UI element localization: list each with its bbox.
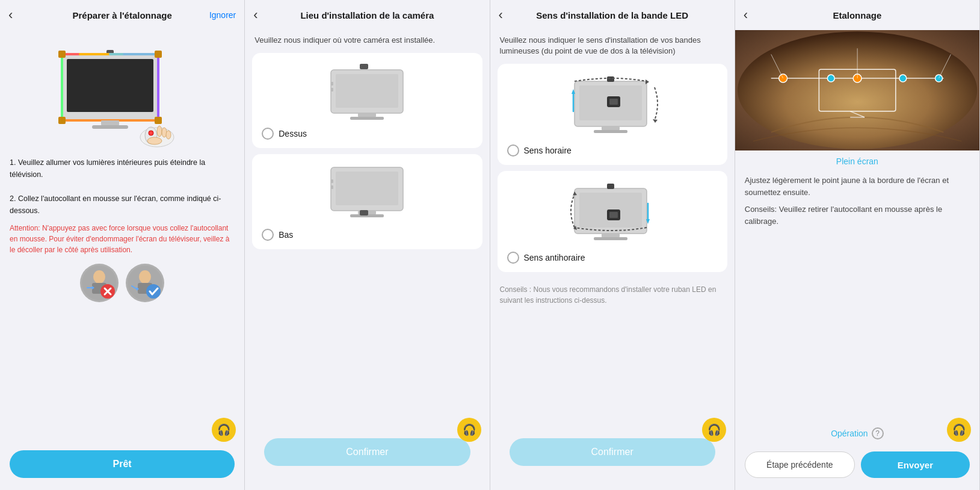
tv-top-camera-svg [319,61,415,122]
support-button-4[interactable]: 🎧 [947,418,971,442]
svg-marker-57 [653,119,658,123]
panel-led-direction: ‹ Sens d'installation de la bande LED Ve… [490,0,735,490]
svg-point-81 [899,75,907,82]
radio-clockwise[interactable] [507,144,519,157]
panel2-bottom: Confirmer [245,432,489,490]
question-icon[interactable]: ? [872,427,884,439]
svg-rect-39 [358,113,376,117]
panel1-content: 1. Veuillez allumer vos lumières intérie… [0,30,244,444]
clockwise-svg [561,72,664,138]
right-usage-icon [126,264,164,302]
panel1-title: Préparer à l'étalonnage [72,10,171,20]
svg-rect-49 [331,185,333,189]
svg-point-79 [827,75,834,82]
wrong-usage-icon [80,264,119,302]
camera-top-label: Dessus [279,129,307,138]
back-button-1[interactable]: ‹ [8,7,13,23]
svg-rect-13 [101,120,119,125]
svg-marker-58 [646,79,649,84]
svg-rect-65 [607,184,614,189]
clockwise-label: Sens horaire [524,146,572,155]
svg-rect-10 [155,51,162,58]
panel3-title: Sens d'installation de la bande LED [536,10,688,20]
back-button-2[interactable]: ‹ [253,7,257,23]
radio-counter-clockwise[interactable] [507,252,519,264]
bottom-buttons: Étape précédente Envoyer [735,445,979,490]
tv-bottom-camera-svg [319,163,415,223]
pret-button[interactable]: Prêt [10,450,235,478]
svg-rect-44 [336,172,398,205]
support-button-1[interactable]: 🎧 [212,418,236,442]
panel3-bottom: Confirmer [490,432,735,490]
support-button-3[interactable]: 🎧 [702,418,726,442]
counter-clockwise-svg [561,179,664,246]
panel-prepare: ‹ Préparer à l'étalonnage Ignorer [0,0,245,490]
camera-bottom-option[interactable]: Bas [262,229,472,241]
svg-rect-64 [594,237,627,240]
panel3-tips: Conseils : Nous vous recommandons d'inst… [490,278,735,312]
camera-top-option[interactable]: Dessus [262,128,472,140]
ignore-button[interactable]: Ignorer [209,10,236,20]
svg-rect-1 [67,59,153,112]
clockwise-option[interactable]: Sens horaire [507,144,718,157]
svg-rect-9 [58,51,66,58]
back-button-3[interactable]: ‹ [499,7,503,23]
panel2-title: Lieu d'installation de la caméra [300,10,434,20]
instruction-text: 1. Veuillez allumer vos lumières intérie… [10,157,235,217]
panel-camera-location: ‹ Lieu d'installation de la caméra Veuil… [245,0,490,490]
svg-point-18 [157,126,162,137]
panel1-header: ‹ Préparer à l'étalonnage Ignorer [0,0,244,30]
calibration-text: Ajustez légèrement le point jaune à la b… [735,172,979,203]
svg-point-23 [93,270,105,284]
panel-calibration: ‹ Etalonnage [735,0,980,490]
support-icon-2: 🎧 [463,423,476,436]
operation-link[interactable]: Opération [831,429,868,438]
svg-rect-67 [609,212,618,218]
svg-rect-56 [609,99,618,105]
svg-rect-42 [331,88,333,91]
svg-rect-48 [331,179,333,183]
panel1-bottom: Prêt [0,444,244,490]
svg-rect-41 [331,82,333,85]
back-button-4[interactable]: ‹ [744,7,748,23]
svg-rect-47 [360,210,368,216]
fisheye-view [735,30,979,150]
panel4-header: ‹ Etalonnage [735,0,979,30]
svg-rect-52 [602,126,620,130]
radio-top[interactable] [262,128,274,140]
svg-rect-40 [350,117,384,120]
svg-point-17 [149,131,153,135]
confirm-button-3[interactable]: Confirmer [510,438,715,466]
counter-clockwise-card[interactable]: Sens antihoraire [498,171,727,272]
calibration-tips: Conseils: Veuillez retirer l'autocollant… [735,203,979,234]
counter-clockwise-label: Sens antihoraire [524,253,585,262]
counter-clockwise-option[interactable]: Sens antihoraire [507,252,718,264]
camera-bottom-label: Bas [279,230,293,240]
support-icon-4: 🎧 [952,423,966,436]
svg-rect-14 [92,125,128,129]
panel2-subtitle: Veuillez nous indiquer où votre caméra e… [245,30,489,53]
svg-rect-11 [58,117,66,124]
prev-button[interactable]: Étape précédente [745,451,855,478]
svg-rect-38 [336,74,398,108]
radio-bottom[interactable] [262,229,274,241]
camera-bottom-card[interactable]: Bas [252,154,482,249]
svg-point-33 [146,284,161,299]
camera-top-card[interactable]: Dessus [252,53,482,148]
confirm-button-2[interactable]: Confirmer [264,438,470,466]
operation-row: Opération ? [735,421,979,445]
warning-text: Attention: N'appuyez pas avec force lors… [10,223,235,255]
tv-led-svg [50,42,194,150]
svg-rect-12 [155,117,162,124]
send-button[interactable]: Envoyer [861,451,970,478]
svg-point-21 [147,137,162,144]
plein-ecran-link[interactable]: Plein écran [735,150,979,172]
svg-rect-63 [602,234,620,237]
panel2-header: ‹ Lieu d'installation de la caméra [245,0,489,30]
clockwise-card[interactable]: Sens horaire [498,64,727,165]
support-button-2[interactable]: 🎧 [457,418,481,442]
svg-point-20 [166,131,171,139]
camera-preview-inner [735,30,979,150]
tv-illustration [10,30,235,157]
usage-icons [10,264,235,302]
